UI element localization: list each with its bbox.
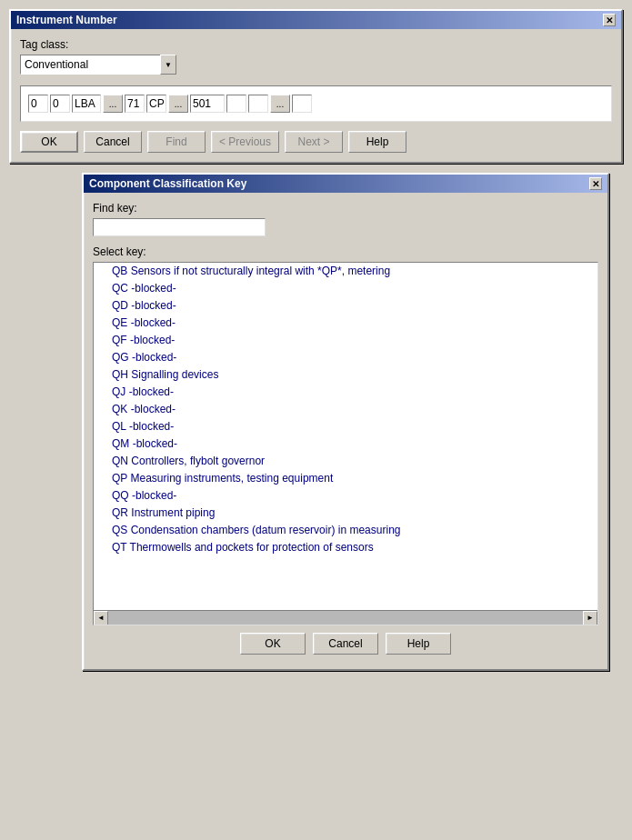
classification-list-container: QB Sensors if not structurally integral … — [93, 262, 598, 625]
list-item-text-3: QE -blocked- — [112, 316, 176, 329]
list-item-7[interactable]: QJ -blocked- — [94, 384, 597, 401]
list-item-5[interactable]: QG -blocked- — [94, 349, 597, 366]
find-key-label: Find key: — [93, 202, 598, 215]
list-item-16[interactable]: QT Thermowells and pockets for protectio… — [94, 539, 597, 556]
list-item-3[interactable]: QE -blocked- — [94, 315, 597, 332]
list-item-1[interactable]: QC -blocked- — [94, 280, 597, 297]
list-item-text-1: QC -blocked- — [112, 282, 176, 295]
dialog1-next-button[interactable]: Next > — [285, 131, 343, 153]
list-item-text-6: QH Signalling devices — [112, 368, 218, 381]
list-item-12[interactable]: QP Measuring instruments, testing equipm… — [94, 470, 597, 487]
dialog1-titlebar: Instrument Number ✕ — [11, 11, 621, 29]
hscroll-track — [108, 611, 583, 625]
list-item-text-12: QP Measuring instruments, testing equipm… — [112, 472, 333, 485]
field-1[interactable] — [28, 95, 48, 113]
list-item-text-11: QN Controllers, flybolt governor — [112, 455, 265, 467]
list-item-4[interactable]: QF -blocked- — [94, 332, 597, 349]
dialog2-cancel-button[interactable]: Cancel — [313, 633, 378, 655]
dialog1-cancel-button[interactable]: Cancel — [84, 131, 142, 153]
hscroll-left-button[interactable]: ◄ — [94, 611, 108, 625]
dialog1-ok-button[interactable]: OK — [20, 131, 78, 153]
find-key-input[interactable] — [93, 218, 266, 236]
field-5-browse-button[interactable]: ... — [168, 95, 188, 113]
list-item-text-13: QQ -blocked- — [112, 489, 176, 502]
dialog2-titlebar: Component Classification Key ✕ — [84, 175, 607, 193]
dialog2-button-row: OK Cancel Help — [93, 625, 598, 660]
dialog2-help-button[interactable]: Help — [386, 633, 451, 655]
classification-list-scroll[interactable]: QB Sensors if not structurally integral … — [94, 263, 597, 610]
find-key-section: Find key: — [93, 202, 598, 236]
instrument-number-dialog: Instrument Number ✕ Tag class: Conventio… — [9, 9, 623, 164]
field-8-browse-button[interactable]: ... — [270, 95, 290, 113]
list-item-text-0: QB Sensors if not structurally integral … — [112, 265, 390, 277]
list-item-text-7: QJ -blocked- — [112, 385, 174, 398]
list-item-text-16: QT Thermowells and pockets for protectio… — [112, 541, 374, 554]
list-item-11[interactable]: QN Controllers, flybolt governor — [94, 453, 597, 470]
dialog1-help-button[interactable]: Help — [348, 131, 406, 153]
dialog1-previous-button[interactable]: < Previous — [211, 131, 279, 153]
horizontal-scrollbar[interactable]: ◄ ► — [94, 610, 597, 625]
list-item-10[interactable]: QM -blocked- — [94, 435, 597, 453]
list-item-14[interactable]: QR Instrument piping — [94, 505, 597, 522]
field-8[interactable] — [248, 95, 268, 113]
dialog1-close-button[interactable]: ✕ — [603, 14, 616, 26]
list-item-15[interactable]: QS Condensation chambers (datum reservoi… — [94, 522, 597, 539]
field-9[interactable] — [292, 95, 312, 113]
dialog2-content: Find key: Select key: QB Sensors if not … — [84, 193, 607, 669]
dialog1-content: Tag class: Conventional ISA Custom ▼ ...… — [11, 29, 621, 162]
list-item-text-5: QG -blocked- — [112, 351, 176, 364]
field-4[interactable] — [125, 95, 145, 113]
list-item-text-14: QR Instrument piping — [112, 506, 215, 519]
list-item-6[interactable]: QH Signalling devices — [94, 366, 597, 384]
list-item-2[interactable]: QD -blocked- — [94, 297, 597, 315]
list-item-8[interactable]: QK -blocked- — [94, 401, 597, 418]
classification-key-dialog: Component Classification Key ✕ Find key:… — [82, 173, 609, 671]
hscroll-right-button[interactable]: ► — [583, 611, 597, 625]
dialog1-title: Instrument Number — [16, 14, 117, 26]
list-item-9[interactable]: QL -blocked- — [94, 418, 597, 435]
list-item-text-9: QL -blocked- — [112, 420, 174, 433]
list-item-text-15: QS Condensation chambers (datum reservoi… — [112, 524, 400, 536]
tagclass-dropdown-arrow[interactable]: ▼ — [160, 55, 176, 75]
dialog2-ok-button[interactable]: OK — [240, 633, 306, 655]
select-key-label: Select key: — [93, 245, 598, 258]
field-2[interactable] — [50, 95, 70, 113]
dialog1-find-button[interactable]: Find — [147, 131, 206, 153]
list-item-13[interactable]: QQ -blocked- — [94, 487, 597, 505]
tagclass-label: Tag class: — [20, 38, 612, 51]
dialog2-close-button[interactable]: ✕ — [589, 177, 602, 190]
list-item-0[interactable]: QB Sensors if not structurally integral … — [94, 263, 597, 280]
field-6[interactable] — [190, 95, 225, 113]
list-item-text-2: QD -blocked- — [112, 299, 176, 312]
field-3[interactable] — [72, 95, 101, 113]
instrument-fields-area: ... ... ... — [20, 85, 612, 122]
field-5[interactable] — [146, 95, 166, 113]
dialog2-title: Component Classification Key — [89, 177, 246, 190]
list-item-text-10: QM -blocked- — [112, 437, 177, 450]
field-3-browse-button[interactable]: ... — [103, 95, 123, 113]
tagclass-select[interactable]: Conventional ISA Custom — [20, 55, 161, 75]
tagclass-dropdown-wrap: Conventional ISA Custom ▼ — [20, 55, 176, 75]
dialog1-button-row: OK Cancel Find < Previous Next > Help — [20, 131, 612, 153]
field-7[interactable] — [226, 95, 246, 113]
list-item-text-8: QK -blocked- — [112, 403, 176, 415]
list-item-text-4: QF -blocked- — [112, 334, 175, 346]
